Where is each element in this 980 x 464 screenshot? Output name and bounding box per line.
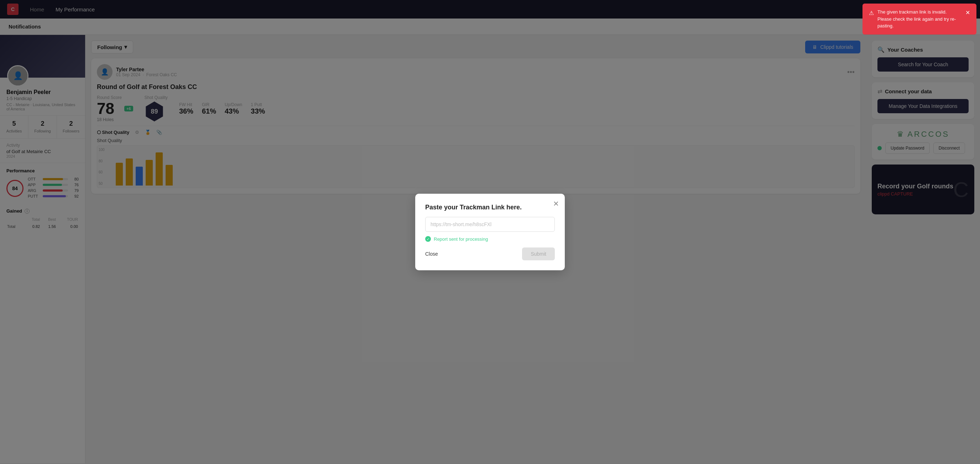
modal-footer: Close Submit: [425, 248, 555, 260]
modal-overlay: Paste your Trackman Link here. ✕ ✓ Repor…: [0, 0, 980, 464]
warning-icon: ⚠: [869, 9, 874, 17]
trackman-link-input[interactable]: [425, 217, 555, 232]
modal-close-x-button[interactable]: ✕: [553, 199, 559, 208]
success-message: ✓ Report sent for processing: [425, 236, 555, 242]
modal-close-button[interactable]: Close: [425, 251, 438, 257]
success-icon: ✓: [425, 236, 431, 242]
toast-close-button[interactable]: ✕: [966, 8, 970, 17]
modal-submit-button[interactable]: Submit: [522, 248, 555, 260]
trackman-modal: Paste your Trackman Link here. ✕ ✓ Repor…: [415, 194, 565, 270]
toast-message: The given trackman link is invalid. Plea…: [877, 8, 962, 30]
error-toast: ⚠ The given trackman link is invalid. Pl…: [862, 3, 977, 35]
modal-title: Paste your Trackman Link here.: [425, 204, 555, 211]
